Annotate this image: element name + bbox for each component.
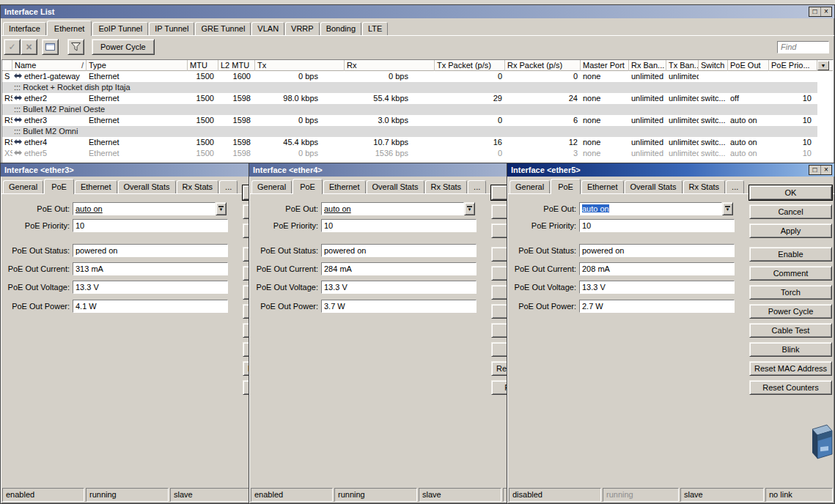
tab-rx-stats[interactable]: Rx Stats	[425, 180, 468, 193]
reset-mac-address-button[interactable]: Reset MAC Address	[749, 361, 832, 376]
winbox-desktop: Interface List □ × InterfaceEthernetEoIP…	[0, 0, 835, 504]
poe-out-voltage-field[interactable]: 13.3 V	[579, 281, 735, 294]
comment-button[interactable]: Comment	[749, 266, 832, 281]
interface-list-titlebar[interactable]: Interface List □ ×	[1, 5, 834, 18]
column-header-master_port[interactable]: Master Port	[581, 60, 629, 71]
poe-out-field[interactable]: auto on	[579, 202, 722, 215]
comment-button[interactable]	[42, 39, 59, 55]
poe-out-current-field[interactable]: 208 mA	[579, 262, 735, 275]
dropdown-arrow-button[interactable]: ▼	[216, 202, 227, 215]
titlebar[interactable]: Interface <ether5>□×	[507, 163, 834, 177]
poe-priority-field[interactable]: 10	[73, 219, 228, 232]
enable-button[interactable]: ✓	[4, 39, 21, 55]
column-header-tx_packet[interactable]: Tx Packet (p/s)	[435, 60, 505, 71]
tab-general[interactable]: General	[3, 180, 43, 193]
tab-ethernet[interactable]: Ethernet	[581, 180, 624, 193]
tab-more[interactable]: ...	[219, 180, 238, 193]
interface-row-ether3[interactable]: RSether3Ethernet150015980 bps3.0 kbps06n…	[2, 115, 833, 126]
maximize-button[interactable]: □	[809, 166, 820, 174]
interface-row-ether2[interactable]: RSether2Ethernet1500159898.0 kbps55.4 kb…	[2, 93, 833, 104]
column-header-mtu[interactable]: MTU	[188, 60, 218, 71]
tab-rx-stats[interactable]: Rx Stats	[177, 180, 219, 193]
close-button[interactable]: ×	[820, 7, 831, 16]
tab-rx-stats[interactable]: Rx Stats	[683, 180, 726, 193]
tab-ip-tunnel[interactable]: IP Tunnel	[149, 22, 194, 35]
find-input[interactable]	[777, 41, 829, 53]
column-header-poe_priority[interactable]: PoE Prio...	[769, 60, 817, 71]
tab-ethernet[interactable]: Ethernet	[323, 180, 366, 193]
poe-out-status-field[interactable]: powered on	[321, 244, 477, 257]
poe-out-status-field[interactable]: powered on	[579, 244, 735, 257]
tab-ethernet[interactable]: Ethernet	[75, 180, 117, 193]
comment-row[interactable]: ::: Bullet M2 Painel Oeste	[2, 104, 833, 115]
poe-out-current-field[interactable]: 284 mA	[321, 262, 477, 275]
poe-out-current-field[interactable]: 313 mA	[73, 262, 228, 275]
dropdown-arrow-button[interactable]: ▼	[722, 202, 733, 215]
disable-button[interactable]: ×	[21, 39, 37, 55]
cable-test-button[interactable]: Cable Test	[749, 323, 832, 338]
tab-more[interactable]: ...	[468, 180, 486, 193]
column-header-rx[interactable]: Rx	[345, 60, 435, 71]
poe-priority-field[interactable]: 10	[321, 219, 477, 232]
poe-out-power-field[interactable]: 4.1 W	[73, 300, 228, 313]
blink-button[interactable]: Blink	[749, 342, 832, 357]
power-cycle-button[interactable]: Power Cycle	[749, 304, 832, 319]
torch-button[interactable]: Torch	[749, 285, 832, 300]
tab-bonding[interactable]: Bonding	[320, 22, 361, 35]
poe-out-voltage-field[interactable]: 13.3 V	[73, 281, 228, 294]
field-value: 2.7 W	[582, 302, 603, 311]
poe-out-field[interactable]: auto on	[321, 202, 464, 215]
column-header-type[interactable]: Type	[87, 60, 188, 71]
interface-row-ether5[interactable]: XSether5Ethernet150015980 bps1536 bps03n…	[2, 148, 833, 159]
tab-ethernet[interactable]: Ethernet	[47, 21, 92, 36]
maximize-button[interactable]: □	[809, 7, 820, 16]
tab-gre-tunnel[interactable]: GRE Tunnel	[195, 22, 251, 35]
tab-vrrp[interactable]: VRRP	[285, 22, 320, 35]
tab-overall-stats[interactable]: Overall Stats	[625, 180, 683, 193]
column-header-rx_packet[interactable]: Rx Packet (p/s)	[505, 60, 581, 71]
column-header-rx_band[interactable]: Rx Ban...	[629, 60, 666, 71]
dropdown-arrow-button[interactable]: ▼	[464, 202, 475, 215]
cell-rx_band: unlimited	[629, 115, 666, 126]
column-header-l2mtu[interactable]: L2 MTU	[218, 60, 255, 71]
tab-vlan[interactable]: VLAN	[251, 22, 284, 35]
poe-out-power-field[interactable]: 2.7 W	[579, 300, 735, 313]
tab-eoip-tunnel[interactable]: EoIP Tunnel	[92, 22, 148, 35]
cancel-button[interactable]: Cancel	[749, 204, 832, 219]
tab-lte[interactable]: LTE	[362, 22, 388, 35]
column-header-tx_band[interactable]: Tx Ban...	[666, 60, 699, 71]
column-header-switch[interactable]: Switch	[699, 60, 728, 71]
ok-button[interactable]: OK	[749, 185, 832, 200]
tab-poe[interactable]: PoE	[44, 179, 74, 194]
column-header-flags[interactable]	[2, 60, 12, 71]
filter-button[interactable]	[67, 39, 84, 55]
interface-row-ether4[interactable]: RSether4Ethernet1500159845.4 kbps10.7 kb…	[2, 137, 833, 148]
tab-overall-stats[interactable]: Overall Stats	[118, 180, 176, 193]
tab-poe[interactable]: PoE	[293, 179, 323, 194]
interface-row-ether1-gateway[interactable]: Sether1-gatewayEthernet150016000 bps0 bp…	[2, 71, 833, 82]
status-cell-enabled: enabled	[2, 488, 84, 502]
enable-button[interactable]: Enable	[749, 247, 832, 262]
tab-interface[interactable]: Interface	[3, 22, 46, 35]
close-button[interactable]: ×	[820, 166, 831, 174]
cell-switch: switc...	[699, 137, 728, 148]
poe-priority-field[interactable]: 10	[579, 219, 735, 232]
power-cycle-button[interactable]: Power Cycle	[92, 39, 155, 55]
column-header-tx[interactable]: Tx	[255, 60, 345, 71]
comment-row[interactable]: ::: Bullet M2 Omni	[2, 126, 833, 137]
tab-general[interactable]: General	[251, 180, 292, 193]
poe-out-power-field[interactable]: 3.7 W	[321, 300, 477, 313]
tab-general[interactable]: General	[510, 180, 550, 193]
tab-overall-stats[interactable]: Overall Stats	[367, 180, 424, 193]
tab-poe[interactable]: PoE	[551, 179, 581, 194]
apply-button[interactable]: Apply	[749, 223, 832, 238]
column-select-button[interactable]: ▼	[817, 61, 829, 70]
poe-out-field[interactable]: auto on	[73, 202, 216, 215]
poe-out-voltage-field[interactable]: 13.3 V	[321, 281, 477, 294]
tab-more[interactable]: ...	[726, 180, 744, 193]
column-header-poe_out[interactable]: PoE Out	[728, 60, 769, 71]
comment-row[interactable]: ::: Rocket + Rocket dish ptp Itaja	[2, 82, 833, 93]
column-header-name[interactable]: Name/	[12, 60, 87, 71]
reset-counters-button[interactable]: Reset Counters	[749, 380, 832, 395]
poe-out-status-field[interactable]: powered on	[73, 244, 228, 257]
